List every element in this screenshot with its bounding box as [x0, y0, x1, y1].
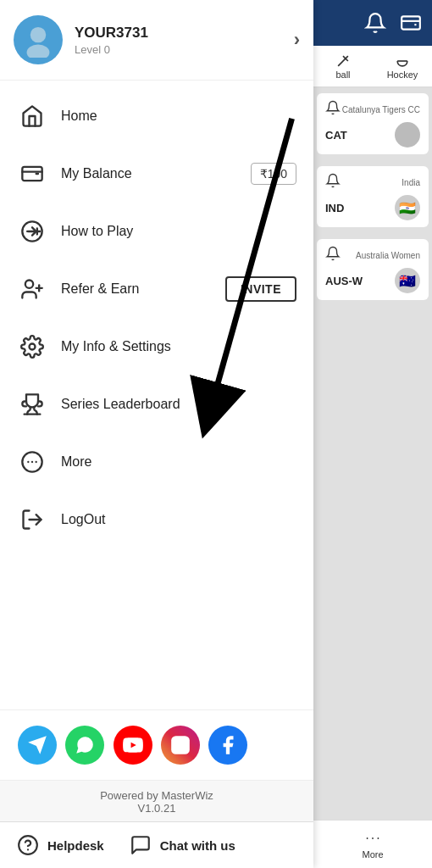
- gamepad-icon: [17, 216, 47, 247]
- match-cards: Catalunya Tigers CC CAT India IND 🇮🇳: [313, 88, 432, 820]
- sidebar-item-logout-label: LogOut: [61, 512, 296, 527]
- notification-icon[interactable]: [364, 12, 386, 34]
- profile-header[interactable]: YOUR3731 Level 0 ›: [0, 0, 313, 81]
- more-dots-icon: [363, 829, 382, 848]
- profile-username: YOUR3731: [75, 25, 294, 42]
- svg-point-1: [27, 44, 50, 58]
- invite-badge[interactable]: INVITE: [225, 276, 296, 302]
- sport-tabs: ball Hockey: [313, 46, 432, 88]
- telegram-icon[interactable]: [18, 726, 57, 765]
- team-row-2: AUS-W 🇦🇺: [325, 268, 420, 293]
- footer-text: Powered by MasterWiz V1.0.21: [0, 780, 313, 821]
- sidebar-item-my-info-settings[interactable]: My Info & Settings: [0, 318, 313, 376]
- match-card-top-2: Australia Women: [325, 246, 420, 264]
- footer-line2: V1.0.21: [0, 802, 313, 815]
- sidebar-item-more-label: More: [61, 454, 296, 470]
- svg-point-12: [36, 461, 37, 463]
- trophy-icon: [17, 389, 47, 420]
- sport-tab-row: ball Hockey: [313, 46, 432, 88]
- chat-label: Chat with us: [160, 838, 235, 853]
- footer-line1: Powered by MasterWiz: [0, 789, 313, 802]
- team-row-0: CAT: [325, 122, 420, 147]
- settings-icon: [17, 331, 47, 362]
- svg-point-11: [27, 461, 29, 463]
- help-icon: [17, 834, 39, 856]
- team-image-0: [395, 122, 420, 147]
- cricket-icon: [335, 53, 352, 70]
- helpdesk-button[interactable]: Helpdesk: [17, 834, 104, 856]
- sidebar-item-home[interactable]: Home: [0, 87, 313, 145]
- team-name-2: Australia Women: [356, 251, 420, 260]
- sidebar-item-more[interactable]: More: [0, 433, 313, 491]
- match-card-1: India IND 🇮🇳: [317, 166, 429, 227]
- tab-cricket-label: ball: [335, 70, 350, 80]
- svg-point-10: [31, 461, 33, 463]
- right-bottom-bar: More: [313, 820, 432, 868]
- svg-point-22: [372, 837, 374, 839]
- tab-cricket[interactable]: ball: [313, 46, 373, 87]
- tab-hockey[interactable]: Hockey: [373, 46, 432, 87]
- avatar: [14, 15, 63, 64]
- bell-icon-0[interactable]: [325, 100, 341, 119]
- sidebar-item-my-balance[interactable]: My Balance ₹100: [0, 145, 313, 203]
- hockey-icon: [394, 53, 411, 70]
- balance-amount: ₹100: [251, 163, 296, 185]
- facebook-icon[interactable]: [208, 726, 247, 765]
- helpdesk-label: Helpdesk: [47, 838, 104, 853]
- profile-level: Level 0: [75, 43, 294, 56]
- match-card-2: Australia Women AUS-W 🇦🇺: [317, 239, 429, 300]
- svg-point-23: [378, 837, 379, 839]
- team-code-2: AUS-W: [325, 275, 363, 287]
- bell-icon-1[interactable]: [325, 173, 341, 192]
- more-tab-label: More: [362, 849, 383, 860]
- sidebar-item-balance-label: My Balance: [61, 166, 251, 181]
- profile-info: YOUR3731 Level 0: [75, 25, 294, 56]
- twitter-icon[interactable]: [257, 726, 296, 765]
- sidebar-item-series-leaderboard[interactable]: Series Leaderboard: [0, 376, 313, 433]
- right-top-bar: [313, 0, 432, 46]
- team-name-0: Catalunya Tigers CC: [342, 105, 420, 114]
- sidebar-item-refer-earn[interactable]: Refer & Earn INVITE: [0, 260, 313, 318]
- instagram-icon[interactable]: [161, 726, 200, 765]
- sidebar-drawer: YOUR3731 Level 0 › Home My Balance ₹100: [0, 0, 313, 868]
- match-card-top-0: Catalunya Tigers CC: [325, 100, 420, 119]
- match-card-top-1: India: [325, 173, 420, 192]
- sidebar-item-my-info-settings-label: My Info & Settings: [61, 339, 296, 354]
- more-tab[interactable]: More: [362, 829, 383, 860]
- sidebar-item-logout[interactable]: LogOut: [0, 491, 313, 548]
- team-code-1: IND: [325, 202, 344, 214]
- social-bar: [0, 709, 313, 780]
- home-icon: [17, 101, 47, 131]
- bottom-bar: Helpdesk Chat with us: [0, 821, 313, 868]
- sidebar-item-how-to-play[interactable]: How to Play: [0, 203, 313, 260]
- svg-line-20: [338, 56, 348, 66]
- sidebar-item-series-leaderboard-label: Series Leaderboard: [61, 397, 296, 412]
- youtube-icon[interactable]: [114, 726, 152, 765]
- chat-button[interactable]: Chat with us: [130, 834, 235, 856]
- team-flag-1: 🇮🇳: [395, 195, 420, 220]
- team-row-1: IND 🇮🇳: [325, 195, 420, 220]
- app-container: YOUR3731 Level 0 › Home My Balance ₹100: [0, 0, 432, 868]
- whatsapp-icon[interactable]: [65, 726, 104, 765]
- sidebar-item-home-label: Home: [61, 108, 296, 124]
- sidebar-item-how-to-play-label: How to Play: [61, 224, 296, 239]
- svg-rect-19: [402, 16, 420, 29]
- team-flag-2: 🇦🇺: [395, 268, 420, 293]
- wallet-top-icon[interactable]: [400, 12, 422, 34]
- right-panel: ball Hockey Catalunya Tigers CC: [313, 0, 432, 868]
- match-card-0: Catalunya Tigers CC CAT: [317, 93, 429, 154]
- logout-icon: [17, 504, 47, 535]
- user-plus-icon: [17, 274, 47, 304]
- svg-point-21: [367, 837, 368, 839]
- sidebar-item-refer-earn-label: Refer & Earn: [61, 281, 225, 297]
- svg-point-0: [30, 27, 46, 42]
- profile-chevron-icon: ›: [294, 29, 300, 51]
- bell-icon-2[interactable]: [325, 246, 341, 264]
- nav-menu: Home My Balance ₹100 How to Play: [0, 81, 313, 709]
- svg-point-8: [30, 344, 36, 350]
- tab-hockey-label: Hockey: [387, 70, 418, 80]
- svg-point-4: [26, 231, 28, 232]
- team-name-1: India: [402, 178, 420, 187]
- team-code-0: CAT: [325, 129, 347, 142]
- more-circle-icon: [17, 447, 47, 477]
